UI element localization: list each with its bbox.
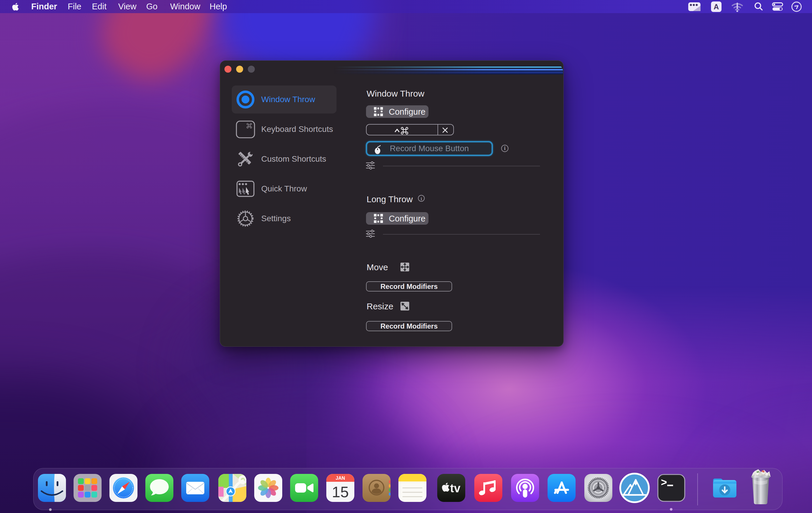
svg-text:A: A <box>714 3 719 11</box>
svg-text:15: 15 <box>332 484 349 501</box>
svg-text:JAN: JAN <box>336 476 345 481</box>
svg-text:>: > <box>661 477 667 489</box>
svg-text:tv: tv <box>450 482 461 494</box>
